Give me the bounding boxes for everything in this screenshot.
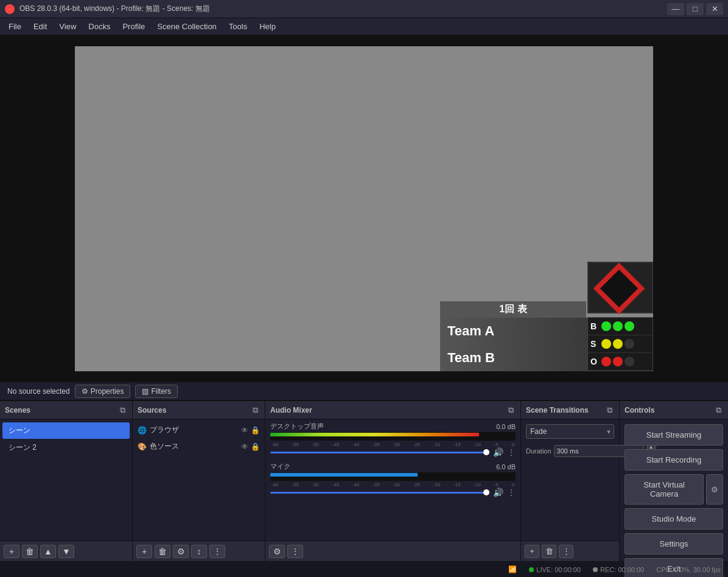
audio-popout-button[interactable]: ⧉ [506,405,516,416]
transitions-header-icons: ⧉ [605,405,614,416]
source-color-label: 色ソース [150,441,179,452]
menu-tools[interactable]: Tools [223,19,253,33]
sources-popout-button[interactable]: ⧉ [251,405,260,416]
titlebar-left: OBS 28.0.3 (64-bit, windows) - Profile: … [5,4,210,14]
bso-row-o: O [588,353,653,371]
transitions-panel-header: Scene Transitions ⧉ [521,401,619,419]
scenes-down-button[interactable]: ▼ [58,545,74,558]
sources-order-button[interactable]: ↕ [191,545,207,558]
close-button[interactable]: ✕ [706,3,723,15]
sources-panel-header: Sources ⧉ [133,401,265,419]
sources-title: Sources [138,406,166,414]
bso-row-s: S [588,335,653,353]
network-icon: 📶 [508,565,517,573]
controls-header-icons: ⧉ [714,405,723,416]
source-color-lock[interactable]: 🔒 [251,442,260,451]
audio-title: Audio Mixer [270,406,312,414]
audio-list: デスクトップ音声 0.0 dB -60-55-50-45-40-35-30-25… [265,419,520,540]
audio-desktop-more[interactable]: ⋮ [507,447,516,457]
menu-docks[interactable]: Docks [82,19,116,33]
source-item-browser[interactable]: 🌐 ブラウザ 👁 🔒 [133,422,265,438]
scenes-remove-button[interactable]: 🗑 [22,545,38,558]
audio-mic-mute[interactable]: 🔊 [493,488,503,497]
bso-b-dot-2 [613,321,623,331]
bso-b-dots [601,321,634,331]
audio-channel-mic: マイク 6.0 dB -60-55-50-45-40-35-30-25-20-1… [270,462,516,497]
gear-icon: ⚙ [82,387,88,396]
bso-s-dot-2 [613,339,623,349]
start-streaming-button[interactable]: Start Streaming [625,424,723,446]
transitions-add-button[interactable]: + [525,545,539,558]
bso-b-label: B [590,321,601,331]
source-browser-lock[interactable]: 🔒 [251,426,260,435]
controls-popout-button[interactable]: ⧉ [714,405,723,416]
sources-settings-button[interactable]: ⚙ [173,545,189,558]
transitions-panel: Scene Transitions ⧉ Fade Cut Swipe Slide… [521,401,620,561]
bso-b-dot-1 [601,321,611,331]
transitions-footer: + 🗑 ⋮ [521,540,619,561]
audio-mic-name: マイク [270,462,290,471]
properties-button[interactable]: ⚙ Properties [75,385,131,398]
transitions-popout-button[interactable]: ⧉ [605,405,614,416]
obs-icon [5,4,15,14]
audio-header-icons: ⧉ [506,405,516,416]
titlebar: OBS 28.0.3 (64-bit, windows) - Profile: … [0,0,728,18]
scenes-footer: + 🗑 ▲ ▼ [0,540,132,561]
scene-item-1[interactable]: シーン [2,422,130,439]
scenes-up-button[interactable]: ▲ [40,545,56,558]
sources-header-icons: ⧉ [251,405,260,416]
start-recording-button[interactable]: Start Recording [625,449,723,470]
preview-area: 1回 表 Team A 0 Team B 0 B [0,35,728,382]
audio-mic-more[interactable]: ⋮ [507,488,516,497]
audio-mic-slider[interactable] [270,492,489,494]
bso-row-b: B [588,318,653,335]
menu-scene-collection[interactable]: Scene Collection [151,19,223,33]
rec-label: REC: 00:00:00 [600,566,644,573]
audio-settings-button[interactable]: ⚙ [269,545,285,558]
scene-item-2[interactable]: シーン 2 [2,439,130,456]
transitions-more-button[interactable]: ⋮ [559,545,573,558]
source-color-actions: 👁 🔒 [241,442,260,451]
audio-mic-meter-fill [270,473,418,477]
rec-dot [593,567,598,572]
menu-help[interactable]: Help [253,19,282,33]
transition-select[interactable]: Fade Cut Swipe Slide Stinger Luma Wipe [526,424,614,439]
transitions-remove-button[interactable]: 🗑 [542,545,556,558]
controls-panel: Controls ⧉ Start Streaming Start Recordi… [620,401,728,561]
menu-edit[interactable]: Edit [27,19,53,33]
menu-view[interactable]: View [53,19,82,33]
audio-mic-knob [483,489,489,495]
maximize-button[interactable]: □ [687,3,704,15]
source-item-color[interactable]: 🎨 色ソース 👁 🔒 [133,438,265,455]
sources-more-button[interactable]: ⋮ [209,545,225,558]
audio-desktop-slider[interactable] [270,452,489,453]
menu-profile[interactable]: Profile [116,19,151,33]
bottom-panels: Scenes ⧉ シーン シーン 2 + 🗑 ▲ ▼ Sources ⧉ [0,400,728,561]
audio-channel-desktop: デスクトップ音声 0.0 dB -60-55-50-45-40-35-30-25… [270,422,516,457]
start-virtual-camera-button[interactable]: Start Virtual Camera [625,474,704,505]
source-browser-visibility[interactable]: 👁 [241,426,248,435]
scenes-popout-button[interactable]: ⧉ [118,405,127,416]
cpu-label: CPU: 0.0%, 30.00 fps [656,566,721,573]
sources-add-button[interactable]: + [136,545,152,558]
audio-more-button[interactable]: ⋮ [287,545,303,558]
scenes-add-button[interactable]: + [4,545,19,558]
sources-remove-button[interactable]: 🗑 [155,545,170,558]
studio-mode-button[interactable]: Studio Mode [625,508,723,530]
audio-desktop-mute[interactable]: 🔊 [493,447,503,457]
audio-footer: ⚙ ⋮ [265,540,520,561]
audio-mic-meter [270,472,516,481]
filters-button[interactable]: ▧ Filters [135,385,178,398]
source-color-visibility[interactable]: 👁 [241,442,248,451]
duration-row: Duration ▲ ▼ [526,444,614,458]
sources-list: 🌐 ブラウザ 👁 🔒 🎨 色ソース 👁 🔒 [133,419,265,540]
score-header: 1回 表 [440,301,586,318]
minimize-button[interactable]: — [667,3,684,15]
settings-button[interactable]: Settings [625,533,723,554]
bso-s-dot-1 [601,339,611,349]
virtual-camera-settings-button[interactable]: ⚙ [706,474,723,505]
audio-panel: Audio Mixer ⧉ デスクトップ音声 0.0 dB -60-5 [265,401,521,561]
scenes-panel: Scenes ⧉ シーン シーン 2 + 🗑 ▲ ▼ [0,401,133,561]
menu-file[interactable]: File [2,19,27,33]
scenes-title: Scenes [5,406,30,414]
